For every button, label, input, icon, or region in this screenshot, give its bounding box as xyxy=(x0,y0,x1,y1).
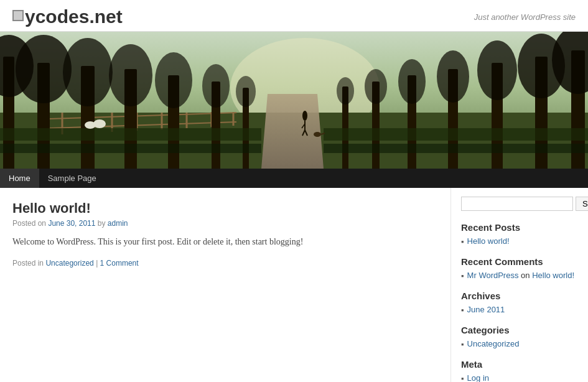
site-tagline: Just another WordPress site xyxy=(474,12,576,22)
search-button[interactable]: Search xyxy=(576,197,588,211)
post-footer-prefix: Posted in xyxy=(12,259,44,268)
list-item: Uncategorized xyxy=(461,339,578,349)
svg-point-46 xyxy=(302,111,307,121)
list-item: Mr WordPress on Hello world! xyxy=(461,271,578,281)
recent-comments-list: Mr WordPress on Hello world! xyxy=(461,271,578,281)
svg-point-21 xyxy=(109,44,152,106)
site-title: ycodes.net xyxy=(12,6,123,27)
recent-post-link-0[interactable]: Hello world! xyxy=(467,236,510,246)
categories-list: Uncategorized xyxy=(461,339,578,349)
navbar: Home Sample Page xyxy=(0,169,588,188)
post-by: by xyxy=(98,219,108,228)
post-meta-prefix: Posted on xyxy=(12,219,46,228)
comment-on-text: on xyxy=(518,271,532,280)
svg-rect-45 xyxy=(324,144,588,153)
list-item: Log in xyxy=(461,373,578,382)
svg-point-37 xyxy=(398,59,426,104)
list-item: June 2011 xyxy=(461,305,578,315)
svg-point-31 xyxy=(518,34,565,98)
content-area: Hello world! Posted on June 30, 2011 by … xyxy=(0,188,451,382)
nav-item-home[interactable]: Home xyxy=(0,169,39,188)
nav-item-sample-page[interactable]: Sample Page xyxy=(39,169,105,188)
post-author-link[interactable]: admin xyxy=(108,219,128,228)
svg-point-19 xyxy=(63,38,113,106)
sidebar: Search Recent Posts Hello world! Recent … xyxy=(451,188,588,382)
svg-point-27 xyxy=(236,76,256,107)
svg-point-23 xyxy=(155,52,192,108)
archives-title: Archives xyxy=(461,291,578,301)
svg-rect-43 xyxy=(324,128,588,141)
meta-login-link[interactable]: Log in xyxy=(467,373,489,382)
sidebar-search-widget: Search xyxy=(461,197,578,211)
recent-comments-title: Recent Comments xyxy=(461,256,578,267)
svg-rect-44 xyxy=(0,144,261,153)
svg-rect-42 xyxy=(0,128,261,141)
archives-list: June 2011 xyxy=(461,305,578,315)
site-header: ycodes.net Just another WordPress site xyxy=(0,0,588,32)
svg-point-53 xyxy=(314,132,321,137)
post-comment-link[interactable]: 1 Comment xyxy=(100,259,139,268)
hero-image xyxy=(0,32,588,169)
post-title: Hello world! xyxy=(12,200,438,217)
archive-link-0[interactable]: June 2011 xyxy=(467,305,505,314)
svg-point-52 xyxy=(85,121,96,129)
categories-title: Categories xyxy=(461,325,578,335)
post-category-link[interactable]: Uncategorized xyxy=(45,259,93,268)
site-logo-icon xyxy=(12,10,24,21)
post-content: Welcome to WordPress. This is your first… xyxy=(12,235,438,249)
list-item: Hello world! xyxy=(461,236,578,246)
comment-post-link[interactable]: Hello world! xyxy=(532,271,574,280)
comment-author-link[interactable]: Mr WordPress xyxy=(467,271,519,280)
svg-point-33 xyxy=(477,40,517,100)
svg-point-39 xyxy=(365,69,387,104)
svg-point-35 xyxy=(437,50,469,103)
hero-svg xyxy=(0,32,588,169)
svg-point-25 xyxy=(202,64,230,108)
main-container: Hello world! Posted on June 30, 2011 by … xyxy=(0,188,588,382)
svg-point-41 xyxy=(337,77,354,105)
meta-list: Log in xyxy=(461,373,578,382)
svg-marker-3 xyxy=(261,94,324,169)
recent-posts-title: Recent Posts xyxy=(461,222,578,233)
recent-posts-list: Hello world! xyxy=(461,236,578,246)
search-input[interactable] xyxy=(461,197,573,211)
category-link-0[interactable]: Uncategorized xyxy=(467,339,520,348)
post-meta: Posted on June 30, 2011 by admin xyxy=(12,219,438,228)
post-date-link[interactable]: June 30, 2011 xyxy=(48,219,95,228)
meta-title: Meta xyxy=(461,359,578,370)
post-footer: Posted in Uncategorized | 1 Comment xyxy=(12,259,438,268)
